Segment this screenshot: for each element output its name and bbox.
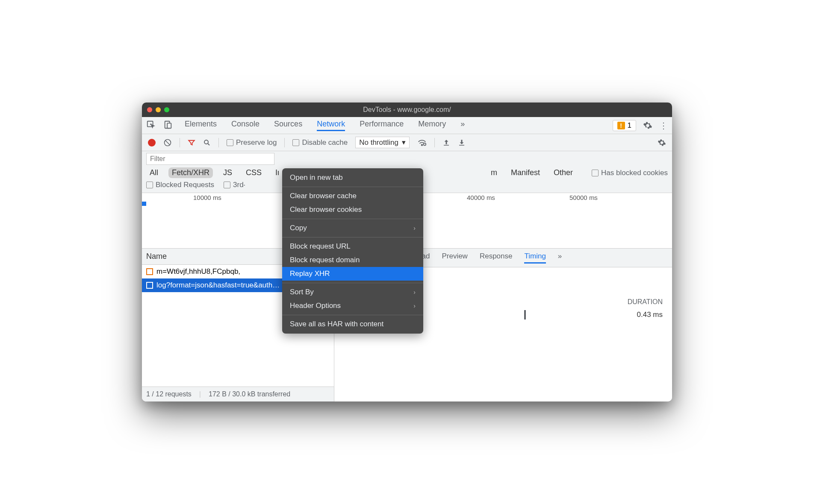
issues-count: 1: [628, 121, 631, 130]
menu-copy[interactable]: Copy›: [282, 221, 423, 235]
duration-header: DURATION: [628, 298, 663, 306]
request-name: m=Wt6vjf,hhhU8,FCpbqb,: [156, 267, 240, 276]
kebab-menu-icon[interactable]: ⋮: [659, 120, 668, 131]
filter-type-wasm: m: [487, 167, 501, 178]
blocked-requests-checkbox[interactable]: Blocked Requests: [146, 181, 214, 189]
checkbox-icon: [146, 182, 153, 188]
queue-bar-icon: [524, 310, 526, 319]
upload-har-icon[interactable]: [442, 139, 450, 147]
third-party-checkbox[interactable]: 3rd-party requests: [224, 181, 245, 189]
checkbox-icon: [227, 139, 233, 146]
gear-icon[interactable]: [643, 121, 652, 130]
queued-at-text: 0 ms: [395, 273, 663, 282]
menu-clear-cache[interactable]: Clear browser cache: [282, 189, 423, 203]
menu-block-url[interactable]: Block request URL: [282, 240, 423, 253]
filter-type-fetch-xhr[interactable]: Fetch/XHR: [168, 167, 213, 178]
devtools-window: DevTools - www.google.com/ Elements Cons…: [142, 103, 672, 401]
context-menu: Open in new tab Clear browser cache Clea…: [282, 168, 423, 334]
filter-icon[interactable]: [188, 139, 195, 147]
minimize-window-button[interactable]: [156, 107, 161, 112]
disable-cache-checkbox[interactable]: Disable cache: [292, 138, 348, 147]
request-count: 1 / 12 requests: [146, 390, 192, 398]
divider: [284, 138, 285, 147]
menu-block-domain[interactable]: Block request domain: [282, 253, 423, 267]
menu-separator: [282, 283, 423, 283]
tab-memory[interactable]: Memory: [418, 120, 446, 131]
filter-type-css[interactable]: CSS: [242, 167, 265, 178]
warning-icon: !: [617, 122, 625, 129]
record-button[interactable]: [148, 139, 156, 147]
network-conditions-icon[interactable]: [417, 138, 427, 147]
tab-performance[interactable]: Performance: [360, 120, 404, 131]
filter-type-img[interactable]: Img: [272, 167, 279, 178]
detail-tab-preview[interactable]: Preview: [442, 252, 467, 264]
close-window-button[interactable]: [147, 107, 152, 112]
device-toolbar-icon[interactable]: [163, 120, 173, 131]
tab-sources[interactable]: Sources: [274, 120, 302, 131]
tab-more[interactable]: »: [460, 120, 465, 131]
status-bar: 1 / 12 requests | 172 B / 30.0 kB transf…: [142, 387, 334, 401]
request-name: log?format=json&hasfast=true&auth…: [156, 281, 280, 290]
menu-replay-xhr[interactable]: Replay XHR: [282, 267, 423, 281]
download-har-icon[interactable]: [458, 139, 466, 147]
maximize-window-button[interactable]: [164, 107, 169, 112]
divider: [434, 138, 435, 147]
checkbox-icon: [292, 139, 299, 146]
main-tabs: Elements Console Sources Network Perform…: [185, 120, 613, 131]
detail-tab-response[interactable]: Response: [480, 252, 513, 264]
timeline-tick: 10000 ms: [193, 194, 221, 201]
preserve-log-checkbox[interactable]: Preserve log: [227, 138, 277, 147]
menu-header-options[interactable]: Header Options›: [282, 299, 423, 313]
issues-badge[interactable]: ! 1: [613, 120, 636, 131]
chevron-right-icon: ›: [413, 289, 416, 296]
svg-point-5: [422, 144, 423, 146]
network-toolbar: Preserve log Disable cache No throttling…: [142, 134, 672, 151]
chevron-right-icon: ›: [413, 302, 416, 309]
menu-open-new-tab[interactable]: Open in new tab: [282, 171, 423, 185]
divider: [218, 138, 219, 147]
timeline-marker: [142, 202, 146, 206]
document-icon: [146, 282, 153, 289]
menu-separator: [282, 315, 423, 315]
titlebar: DevTools - www.google.com/: [142, 103, 672, 117]
filter-input[interactable]: [146, 153, 274, 165]
filter-type-all[interactable]: All: [146, 167, 162, 178]
menu-separator: [282, 237, 423, 237]
queueing-value: 0.43 ms: [637, 311, 663, 319]
filter-type-other[interactable]: Other: [550, 167, 576, 178]
svg-point-6: [424, 143, 426, 145]
chevron-down-icon: ▾: [402, 138, 406, 147]
transferred-size: 172 B / 30.0 kB transferred: [209, 390, 290, 398]
main-tabs-row: Elements Console Sources Network Perform…: [142, 117, 672, 134]
menu-save-har[interactable]: Save all as HAR with content: [282, 317, 423, 331]
timeline-tick: 40000 ms: [467, 194, 495, 201]
filter-type-manifest[interactable]: Manifest: [507, 167, 543, 178]
detail-tab-timing[interactable]: Timing: [524, 252, 546, 264]
menu-sort-by[interactable]: Sort By›: [282, 285, 423, 299]
checkbox-icon: [592, 170, 599, 176]
document-icon: [146, 268, 153, 275]
window-title: DevTools - www.google.com/: [363, 106, 451, 114]
checkbox-icon: [224, 182, 230, 188]
svg-point-4: [204, 140, 208, 144]
inspect-element-icon[interactable]: [146, 120, 156, 131]
menu-separator: [282, 219, 423, 219]
timeline-tick: 50000 ms: [569, 194, 598, 201]
throttling-select[interactable]: No throttling ▾: [355, 137, 410, 148]
filter-type-js[interactable]: JS: [220, 167, 236, 178]
traffic-lights: [147, 107, 169, 112]
search-icon[interactable]: [203, 139, 211, 147]
svg-rect-2: [167, 123, 171, 128]
clear-icon[interactable]: [163, 138, 172, 147]
tab-console[interactable]: Console: [231, 120, 260, 131]
detail-tab-more[interactable]: »: [558, 252, 562, 264]
tab-elements[interactable]: Elements: [185, 120, 217, 131]
gear-icon[interactable]: [658, 138, 666, 147]
menu-separator: [282, 187, 423, 187]
has-blocked-cookies-checkbox[interactable]: Has blocked cookies: [592, 169, 668, 177]
tab-network[interactable]: Network: [317, 120, 345, 131]
menu-clear-cookies[interactable]: Clear browser cookies: [282, 203, 423, 217]
divider: [180, 138, 180, 147]
chevron-right-icon: ›: [413, 225, 416, 231]
